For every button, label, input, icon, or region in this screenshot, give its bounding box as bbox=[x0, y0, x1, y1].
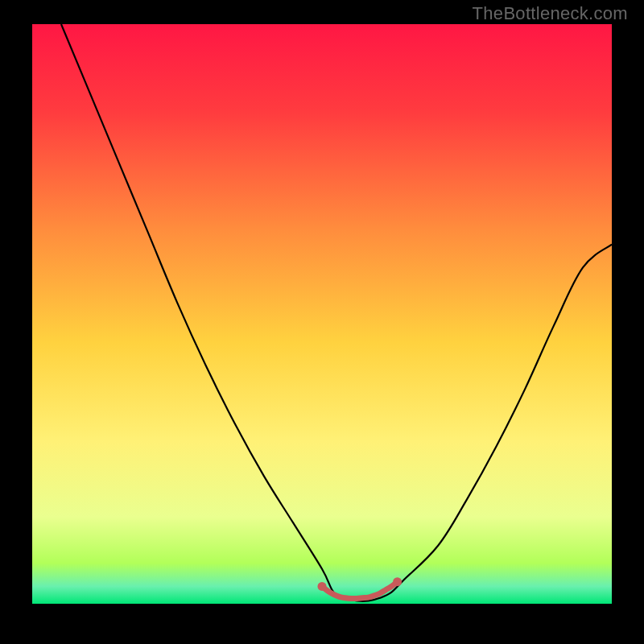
plot-area bbox=[32, 24, 612, 604]
chart-container: TheBottleneck.com bbox=[0, 0, 644, 644]
marker-dot bbox=[393, 577, 402, 586]
watermark-text: TheBottleneck.com bbox=[473, 3, 628, 24]
bottleneck-curve bbox=[61, 24, 612, 601]
marker-dot bbox=[318, 582, 327, 591]
curve-layer bbox=[32, 24, 612, 604]
